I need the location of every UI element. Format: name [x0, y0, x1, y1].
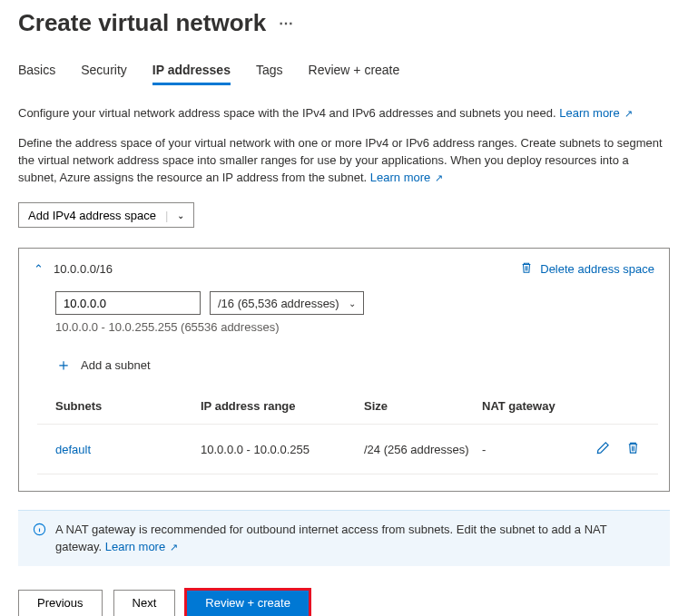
address-space-card: ⌃ 10.0.0.0/16 Delete address space /16 (…	[18, 248, 670, 492]
subnet-name-link[interactable]: default	[55, 443, 201, 456]
more-menu-icon[interactable]: ⋯	[279, 15, 294, 32]
subnet-size: /24 (256 addresses)	[364, 443, 482, 456]
subnet-table: Subnets IP address range Size NAT gatewa…	[37, 399, 658, 474]
collapse-icon[interactable]: ⌃	[34, 262, 44, 276]
next-button[interactable]: Next	[113, 590, 176, 616]
ip-address-input[interactable]	[55, 291, 201, 315]
nat-info-box: A NAT gateway is recommended for outboun…	[18, 510, 670, 565]
tab-ip-addresses[interactable]: IP addresses	[152, 63, 231, 85]
subnet-nat: -	[482, 443, 596, 456]
ip-range-hint: 10.0.0.0 - 10.0.255.255 (65536 addresses…	[55, 320, 654, 334]
address-space-title: 10.0.0.0/16	[54, 262, 512, 276]
col-header-subnets: Subnets	[55, 399, 201, 413]
cidr-select[interactable]: /16 (65,536 addresses) ⌄	[210, 291, 364, 315]
tab-security[interactable]: Security	[81, 63, 127, 85]
tab-nav: Basics Security IP addresses Tags Review…	[18, 63, 670, 85]
review-create-button[interactable]: Review + create	[186, 590, 310, 616]
footer-actions: Previous Next Review + create	[18, 590, 670, 616]
chevron-down-icon: ⌄	[349, 298, 356, 308]
tab-review-create[interactable]: Review + create	[309, 63, 400, 85]
info-learn-more-link[interactable]: Learn more ↗	[105, 540, 179, 553]
external-link-icon: ↗	[622, 108, 633, 119]
plus-icon: ＋	[55, 354, 72, 376]
subnet-range: 10.0.0.0 - 10.0.0.255	[201, 443, 364, 456]
tab-basics[interactable]: Basics	[18, 63, 55, 85]
edit-icon[interactable]	[596, 441, 610, 457]
col-header-range: IP address range	[201, 399, 364, 413]
delete-address-space-button[interactable]: Delete address space	[520, 261, 654, 277]
col-header-nat: NAT gateway	[482, 399, 640, 413]
add-ipv4-space-button[interactable]: Add IPv4 address space | ⌄	[18, 202, 194, 228]
delete-icon[interactable]	[626, 441, 640, 457]
info-icon	[33, 523, 46, 554]
intro-learn-more-link[interactable]: Learn more ↗	[559, 106, 633, 120]
page-title: Create virtual network	[18, 9, 266, 37]
col-header-size: Size	[364, 399, 482, 413]
external-link-icon: ↗	[167, 542, 178, 552]
intro-text: Configure your virtual network address s…	[18, 105, 670, 122]
trash-icon	[520, 261, 533, 277]
previous-button[interactable]: Previous	[18, 590, 103, 616]
description-text: Define the address space of your virtual…	[18, 135, 670, 187]
add-subnet-button[interactable]: ＋ Add a subnet	[55, 354, 654, 376]
external-link-icon: ↗	[432, 172, 443, 183]
table-row: default 10.0.0.0 - 10.0.0.255 /24 (256 a…	[37, 425, 658, 474]
chevron-down-icon: ⌄	[177, 210, 184, 220]
tab-tags[interactable]: Tags	[256, 63, 283, 85]
description-learn-more-link[interactable]: Learn more ↗	[370, 171, 444, 184]
